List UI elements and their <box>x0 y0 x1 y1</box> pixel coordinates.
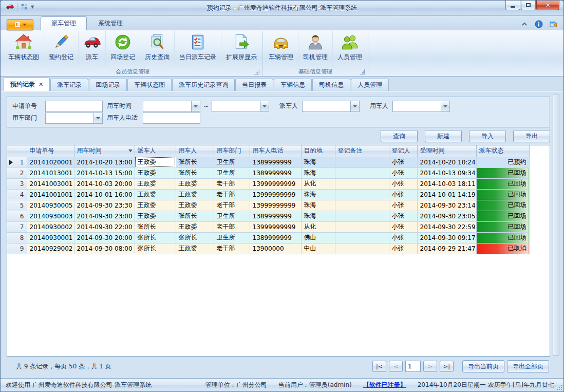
table-cell[interactable]: 珠海 <box>301 157 335 167</box>
table-cell[interactable]: 王政委 <box>135 167 176 178</box>
table-cell[interactable]: 珠海 <box>301 200 335 211</box>
table-cell[interactable]: 小张 <box>389 167 417 178</box>
table-cell[interactable] <box>335 232 389 243</box>
table-cell[interactable]: 20141020001 <box>27 157 74 167</box>
table-cell[interactable]: 王政委 <box>176 200 214 211</box>
row-selector[interactable]: 2 <box>7 167 27 178</box>
table-row[interactable]: 2201410130012014-10-13 15:00王政委张所长卫生所138… <box>7 167 529 178</box>
chevron-down-icon[interactable] <box>350 101 359 111</box>
doc-tab[interactable]: 司机信息 <box>312 79 350 91</box>
column-header[interactable]: 用车部门 <box>214 145 250 157</box>
help-icon[interactable] <box>549 20 557 28</box>
doc-tab[interactable]: 车辆信息 <box>274 79 312 91</box>
table-cell[interactable]: 2014-10-03 18:11 <box>417 178 476 189</box>
table-cell[interactable]: 从化 <box>301 221 335 232</box>
ribbon-tab-active[interactable]: 派车管理 <box>41 16 87 30</box>
resize-grip[interactable] <box>556 384 562 390</box>
table-cell[interactable]: 老干部 <box>214 200 250 211</box>
minimize-button[interactable] <box>505 1 520 10</box>
table-cell[interactable]: 2014-09-30 23:05 <box>417 211 476 221</box>
table-cell[interactable]: 13999999999 <box>250 200 301 211</box>
table-cell[interactable] <box>335 167 389 178</box>
table-cell[interactable]: 中山 <box>301 243 335 254</box>
chevron-down-icon[interactable] <box>93 113 102 123</box>
doc-tab[interactable]: 预约记录✕ <box>4 77 50 91</box>
status-badge[interactable]: 已回场 <box>476 232 529 243</box>
table-cell[interactable]: 13900000 <box>250 243 301 254</box>
table-cell[interactable]: 张所长 <box>135 243 176 254</box>
ribbon-button[interactable]: 车辆管理 <box>264 31 298 67</box>
info-icon[interactable] <box>535 20 543 28</box>
table-cell[interactable]: 2014-09-30 08:00 <box>74 243 135 254</box>
action-button[interactable]: 查询 <box>381 130 418 142</box>
table-cell[interactable]: 小张 <box>389 211 417 221</box>
table-cell[interactable]: 珠海 <box>301 189 335 200</box>
chevron-down-icon[interactable] <box>260 101 269 111</box>
dialog-launcher-icon[interactable] <box>360 69 365 74</box>
collapse-ribbon-icon[interactable] <box>520 20 529 28</box>
table-cell[interactable]: 小张 <box>389 221 417 232</box>
table-cell[interactable]: 20140930003 <box>27 211 74 221</box>
table-cell[interactable]: 从化 <box>301 178 335 189</box>
table-row[interactable]: 7201409300022014-09-30 22:00张所长王政委老干部139… <box>7 221 529 232</box>
prev-page-button[interactable]: < <box>389 361 403 372</box>
column-header[interactable]: 登记备注 <box>335 145 389 157</box>
apply-no-input[interactable] <box>45 101 103 112</box>
table-cell[interactable]: 2014-10-13 15:00 <box>74 167 135 178</box>
first-page-button[interactable]: |< <box>372 361 386 372</box>
status-badge[interactable]: 已回场 <box>476 167 529 178</box>
table-cell[interactable]: 2014-09-30 23:14 <box>417 200 476 211</box>
phone-input[interactable] <box>143 113 200 124</box>
column-header[interactable]: 用车人电话 <box>250 145 301 157</box>
table-cell[interactable]: 小张 <box>389 157 417 167</box>
license-link[interactable]: 【软件已注册】 <box>363 381 406 389</box>
table-cell[interactable]: 卫生所 <box>214 211 250 221</box>
table-cell[interactable]: 小张 <box>389 200 417 211</box>
table-cell[interactable]: 王政委 <box>135 157 176 167</box>
table-cell[interactable]: 1389999999 <box>250 157 301 167</box>
table-cell[interactable]: 王政委 <box>176 221 214 232</box>
table-cell[interactable]: 13999999999 <box>250 221 301 232</box>
vertical-scrollbar[interactable] <box>553 95 559 356</box>
app-menu-button[interactable] <box>7 19 33 30</box>
table-cell[interactable]: 2014-09-30 09:17 <box>417 232 476 243</box>
table-cell[interactable]: 王政委 <box>135 200 176 211</box>
table-cell[interactable]: 张所长 <box>176 157 214 167</box>
page-number-input[interactable] <box>405 361 421 372</box>
dept-combobox[interactable] <box>45 113 103 124</box>
close-button[interactable]: ✕ <box>536 1 559 10</box>
row-selector[interactable]: 3 <box>7 178 27 189</box>
action-button[interactable]: 导入 <box>469 130 506 142</box>
table-cell[interactable]: 2014-09-29 21:47 <box>417 243 476 254</box>
table-cell[interactable]: 20140930005 <box>27 200 74 211</box>
table-cell[interactable] <box>335 221 389 232</box>
export-current-page-button[interactable]: 导出当前页 <box>462 360 504 372</box>
maximize-button[interactable] <box>521 1 536 10</box>
row-selector-header[interactable] <box>7 145 27 157</box>
table-cell[interactable] <box>335 243 389 254</box>
row-selector[interactable]: 7 <box>7 221 27 232</box>
table-cell[interactable]: 2014-09-30 23:00 <box>74 211 135 221</box>
table-cell[interactable]: 佛山 <box>301 232 335 243</box>
table-row[interactable]: 3201410030012014-10-03 20:00王政委王政委老干部139… <box>7 178 529 189</box>
quick-access-toolbar-icon[interactable] <box>21 3 28 10</box>
column-header[interactable]: 用车时间 <box>74 145 135 157</box>
table-row[interactable]: 1201410200012014-10-20 13:00王政委张所长卫生所138… <box>7 157 529 167</box>
table-cell[interactable] <box>335 189 389 200</box>
row-selector[interactable]: 6 <box>7 211 27 221</box>
table-cell[interactable]: 王政委 <box>135 178 176 189</box>
table-cell[interactable]: 1389999999 <box>250 211 301 221</box>
table-cell[interactable]: 王政委 <box>135 189 176 200</box>
table-cell[interactable]: 20140929002 <box>27 243 74 254</box>
table-cell[interactable]: 老干部 <box>214 243 250 254</box>
status-badge[interactable]: 已取消 <box>476 243 529 254</box>
ribbon-button[interactable]: 扩展屏显示 <box>221 31 261 67</box>
column-header[interactable]: 派车人 <box>135 145 176 157</box>
table-cell[interactable]: 2014-10-03 20:00 <box>74 178 135 189</box>
table-cell[interactable]: 2014-10-20 13:00 <box>74 157 135 167</box>
table-cell[interactable]: 20140930001 <box>27 232 74 243</box>
ribbon-button[interactable]: 历史查询 <box>140 31 175 67</box>
table-cell[interactable]: 20141003001 <box>27 178 74 189</box>
table-cell[interactable]: 卫生所 <box>214 157 250 167</box>
table-cell[interactable]: 小张 <box>389 232 417 243</box>
